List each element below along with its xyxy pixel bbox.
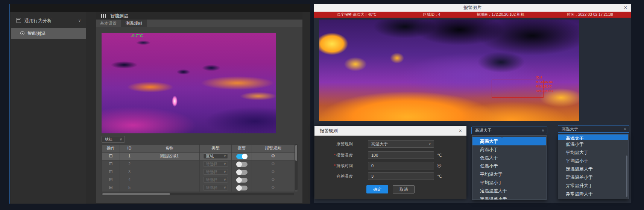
type-select[interactable]: 区域∨ — [203, 153, 228, 159]
close-icon[interactable]: × — [624, 4, 627, 12]
alarm-window-titlebar: 报警图片 × — [314, 4, 631, 12]
tolerance-unit-label: ℃ — [437, 172, 442, 180]
sidebar-group-behavior-analysis[interactable]: 通用行为分析 ∨ — [11, 17, 86, 25]
gear-icon: ⚙ — [271, 177, 275, 182]
dropdown-option-partial[interactable]: 高温大于 — [558, 134, 628, 140]
annotation-avg: AVG:28.0C — [536, 89, 553, 93]
table-row[interactable]: ⊞ 3 请选择∨ ⚙ — [102, 168, 298, 176]
dropdown-option[interactable]: 异常温降大于 — [558, 190, 628, 198]
tab-thermometry-rules[interactable]: 测温规则 — [121, 20, 147, 27]
dropdown-option[interactable]: 定温温差大于 — [472, 187, 546, 195]
dropdown-option[interactable]: 高温大于 — [472, 137, 546, 145]
row-id: 3 — [120, 168, 139, 176]
add-region-icon[interactable]: ⊞ — [109, 169, 112, 174]
rule-dropdown-1-value: 高温大于 — [475, 128, 492, 133]
dropdown-option[interactable]: 平均温大于 — [558, 148, 628, 157]
rule-dropdown-1[interactable]: 高温大于 ∧ — [471, 127, 547, 134]
row-name: 测温区域1 — [139, 153, 200, 160]
add-region-icon[interactable]: ⊞ — [109, 185, 112, 190]
delete-region-icon[interactable]: ⊡ — [109, 153, 112, 159]
rule-dropdown-2-value: 高温大于 — [562, 127, 578, 131]
row-id: 2 — [120, 160, 139, 168]
rule-dropdown-2-list: 高温大于 低温小于 平均温大于 平均温小于 定温温差大于 定温温差小于 异常温升… — [558, 134, 629, 199]
chevron-down-icon: ∨ — [428, 141, 431, 147]
table-row[interactable]: ⊞ 5 请选择∨ ⚙ — [102, 184, 298, 192]
col-header-rule: 报警规则 — [252, 145, 295, 152]
alarm-toggle[interactable] — [236, 170, 248, 175]
alarm-window-title: 报警图片 — [463, 5, 481, 10]
add-region-icon[interactable]: ⊞ — [109, 177, 112, 182]
row-id: 4 — [120, 176, 139, 184]
scrollbar-thumb[interactable] — [295, 145, 297, 161]
gear-icon[interactable]: ⚙ — [271, 153, 275, 159]
confirm-button[interactable]: 确定 — [366, 185, 388, 193]
dropdown-option[interactable]: 低温小于 — [472, 162, 546, 170]
region-table: 操作 ID 名称 类型 报警 报警规则 ⊡ 1 测温区域1 区域∨ ⚙ ⊞ — [102, 144, 298, 195]
table-row[interactable]: ⊞ 2 请选择∨ ⚙ — [102, 160, 298, 168]
sidebar-item-smart-thermometry[interactable]: 智能测温 — [11, 28, 86, 39]
sidebar-group-label: 通用行为分析 — [24, 17, 52, 25]
rule-dropdown-2[interactable]: 高温大于 ∧ — [558, 125, 629, 133]
horizontal-scrollbar[interactable] — [102, 193, 294, 195]
dropdown-option[interactable]: 平均温小于 — [558, 157, 628, 165]
gear-icon: ⚙ — [271, 185, 275, 190]
dropdown-option[interactable]: 定温温差小于 — [558, 173, 628, 181]
dropdown-option[interactable]: 低温小于 — [558, 140, 628, 148]
palette-select-value: 铁红 — [105, 137, 112, 141]
add-region-icon[interactable]: ⊞ — [109, 161, 112, 166]
rule-select[interactable]: 高温大于 ∨ — [368, 140, 434, 148]
sidebar-item-label: 智能测温 — [27, 28, 46, 39]
table-row[interactable]: ⊞ 4 请选择∨ ⚙ — [102, 176, 298, 184]
sidebar: 通用行为分析 ∨ 智能测温 — [11, 12, 86, 204]
tab-bar: 基本设置 测温规则 — [96, 20, 302, 27]
dropdown-option[interactable]: 平均温小于 — [472, 178, 546, 187]
table-header-row: 操作 ID 名称 类型 报警 报警规则 — [102, 144, 298, 153]
gear-icon: ⚙ — [271, 161, 275, 166]
table-row[interactable]: ⊡ 1 测温区域1 区域∨ ⚙ — [102, 153, 298, 160]
panel-title: 智能测温 — [110, 12, 128, 20]
gear-icon: ⚙ — [271, 169, 275, 174]
alarm-toggle[interactable] — [236, 178, 248, 183]
tolerance-field-label: 容差温度 — [320, 172, 353, 180]
dropdown-option[interactable]: 高温小于 — [472, 145, 546, 154]
thermal-preview-image[interactable]: -9.7℃ — [102, 33, 276, 133]
dropdown-scrollbar-thumb[interactable] — [626, 156, 627, 197]
vertical-scrollbar[interactable] — [295, 144, 298, 190]
dropdown-option[interactable]: 定温温差小于 — [472, 195, 546, 200]
tolerance-input[interactable] — [368, 172, 434, 180]
tab-basic-settings[interactable]: 基本设置 — [96, 20, 121, 27]
type-select: 请选择∨ — [203, 169, 228, 175]
alarm-detector-text: 探测器：172.20.20.102 相机 — [477, 12, 524, 18]
settings-window: 通用行为分析 ∨ 智能测温 智能测温 基本设置 测温规则 -9.7℃ 铁红 — [9, 4, 310, 204]
dropdown-option[interactable]: 低温大于 — [472, 154, 546, 162]
settings-window-topbar — [10, 4, 310, 12]
alarm-toggle[interactable] — [236, 186, 248, 190]
panel-header: 智能测温 — [96, 12, 302, 20]
screenshot-stage: 通用行为分析 ∨ 智能测温 智能测温 基本设置 测温规则 -9.7℃ 铁红 — [0, 0, 644, 210]
dropdown-option[interactable]: 平均温大于 — [472, 170, 546, 178]
alarm-toggle[interactable] — [236, 162, 248, 167]
chevron-up-icon: ∧ — [624, 125, 626, 132]
annotation-min: MIN:25.0C — [536, 84, 553, 89]
dropdown-option[interactable]: 异常温升大于 — [558, 181, 628, 190]
temp-field-label: *报警温度 — [320, 151, 353, 159]
required-mark: * — [334, 153, 336, 157]
alarm-type-text: 温度报警-高温大于40℃ — [337, 12, 377, 18]
row-name — [139, 168, 200, 176]
row-name — [139, 184, 200, 192]
cancel-button[interactable]: 取消 — [393, 185, 415, 193]
duration-input[interactable] — [368, 162, 434, 169]
close-icon[interactable]: × — [459, 126, 462, 136]
dropdown-option[interactable]: 定温温差大于 — [558, 165, 628, 173]
alarm-image-window: 报警图片 × 温度报警-高温大于40℃ 区域ID：4 探测器：172.20.20… — [314, 4, 631, 203]
drag-handle-icon[interactable] — [101, 14, 107, 18]
alarm-time-text: 时间：2022-03-02 17:21:38 — [567, 12, 613, 18]
scrollbar-thumb[interactable] — [102, 193, 170, 195]
required-mark: * — [334, 163, 336, 168]
chevron-down-icon: ∨ — [223, 177, 226, 182]
palette-select[interactable]: 铁红 ∨ — [102, 136, 125, 143]
alarm-toggle[interactable] — [236, 154, 248, 159]
alarm-region-text: 区域ID：4 — [423, 12, 440, 18]
col-header-alarm: 报警 — [232, 145, 252, 152]
alarm-temperature-input[interactable] — [368, 151, 434, 159]
